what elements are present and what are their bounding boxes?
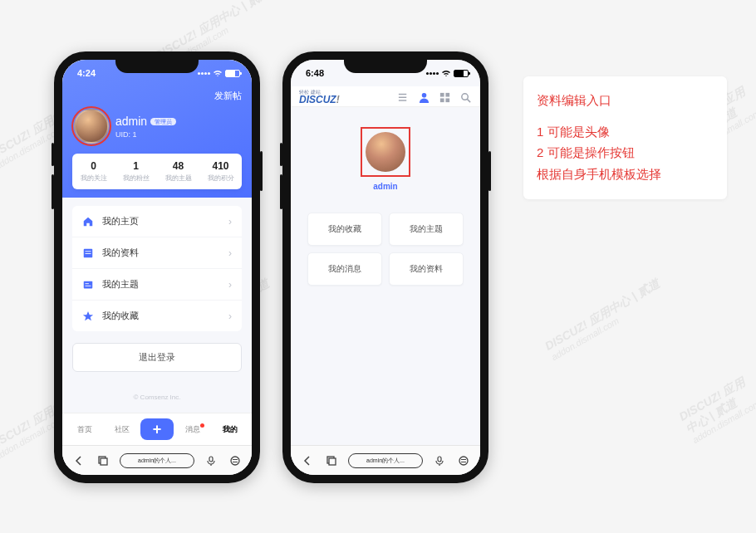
avatar-edit-entry[interactable] xyxy=(361,127,410,177)
tabs-icon[interactable] xyxy=(96,453,110,468)
home-icon xyxy=(82,216,94,227)
stat-points[interactable]: 410我的积分 xyxy=(199,154,242,189)
svg-rect-7 xyxy=(101,458,107,465)
uid-text: UID: 1 xyxy=(115,130,176,139)
note-line1: 1 可能是头像 xyxy=(537,121,714,143)
menu-icon[interactable] xyxy=(456,453,471,468)
back-icon[interactable] xyxy=(300,453,315,468)
svg-rect-12 xyxy=(399,93,406,94)
notification-dot xyxy=(200,423,204,428)
username: admin xyxy=(115,115,147,128)
tabs-icon[interactable] xyxy=(324,453,339,468)
svg-rect-3 xyxy=(84,281,93,288)
logout-button[interactable]: 退出登录 xyxy=(72,343,242,372)
nav-mine[interactable]: 我的 xyxy=(211,424,248,435)
svg-line-21 xyxy=(467,99,470,102)
wifi-icon xyxy=(213,70,223,77)
note-line2: 2 可能是操作按钮 xyxy=(537,142,714,164)
tile-topics[interactable]: 我的主题 xyxy=(389,213,464,246)
note-line3: 根据自身手机模板选择 xyxy=(537,164,714,185)
tile-profile[interactable]: 我的资料 xyxy=(389,252,464,286)
menu-my-home[interactable]: 我的主页› xyxy=(72,206,242,237)
svg-rect-11 xyxy=(233,462,238,462)
browser-toolbar: admin的个人... xyxy=(62,445,252,475)
status-bar: 4:24 xyxy=(62,60,252,86)
instruction-note: 资料编辑入口 1 可能是头像 2 可能是操作按钮 根据自身手机模板选择 xyxy=(523,76,727,199)
username: admin xyxy=(373,182,397,191)
back-icon[interactable] xyxy=(71,453,86,468)
profile-icon xyxy=(82,247,94,259)
svg-rect-17 xyxy=(445,92,449,96)
mic-icon[interactable] xyxy=(432,453,447,468)
avatar[interactable] xyxy=(74,109,109,144)
grid-icon[interactable] xyxy=(439,91,451,104)
menu-my-topics[interactable]: 我的主题› xyxy=(72,269,242,301)
status-time: 4:24 xyxy=(77,68,96,78)
stats-card: 0我的关注 1我的粉丝 48我的主题 410我的积分 xyxy=(72,154,242,189)
address-bar[interactable]: admin的个人... xyxy=(348,453,423,468)
nav-messages[interactable]: 消息 xyxy=(174,424,211,435)
chevron-right-icon: › xyxy=(228,216,232,227)
svg-rect-14 xyxy=(399,100,406,100)
top-bar: 轻松 建站 DISCUZ! xyxy=(291,86,480,107)
logo[interactable]: 轻松 建站 DISCUZ! xyxy=(299,90,340,105)
svg-point-9 xyxy=(231,457,239,465)
stat-followers[interactable]: 1我的粉丝 xyxy=(115,154,157,189)
avatar xyxy=(366,132,405,172)
svg-rect-26 xyxy=(461,459,466,460)
role-badge: 管理员 xyxy=(150,118,176,125)
wifi-icon xyxy=(441,70,451,77)
bottom-nav: 首页 社区 + 消息 我的 xyxy=(62,413,252,445)
svg-rect-1 xyxy=(86,251,91,252)
mic-icon[interactable] xyxy=(204,453,218,468)
menu-icon[interactable] xyxy=(228,453,243,468)
status-time: 6:48 xyxy=(306,68,324,78)
svg-rect-10 xyxy=(233,459,238,460)
nav-community[interactable]: 社区 xyxy=(103,424,140,435)
new-post-link[interactable]: 发新帖 xyxy=(214,90,242,102)
chevron-right-icon: › xyxy=(228,311,232,322)
menu-list: 我的主页› 我的资料› 我的主题› 我的收藏› xyxy=(72,206,242,331)
tile-grid: 我的收藏 我的主题 我的消息 我的资料 xyxy=(307,213,464,286)
stat-following[interactable]: 0我的关注 xyxy=(72,154,115,189)
svg-point-25 xyxy=(459,457,468,465)
chevron-right-icon: › xyxy=(228,279,232,291)
nav-home[interactable]: 首页 xyxy=(66,424,103,435)
svg-rect-13 xyxy=(399,96,406,97)
svg-rect-27 xyxy=(461,462,466,462)
phone-mockup-left: 4:24 发新帖 admin管理员 UID: 1 0我的关注 1我的粉丝 48我… xyxy=(54,51,260,483)
profile-header: 4:24 发新帖 admin管理员 UID: 1 0我的关注 1我的粉丝 48我… xyxy=(62,60,252,198)
search-icon[interactable] xyxy=(459,91,472,104)
svg-rect-23 xyxy=(329,458,336,465)
svg-rect-4 xyxy=(86,283,89,284)
status-bar: 6:48 xyxy=(291,60,480,86)
list-icon[interactable] xyxy=(397,91,410,104)
svg-rect-2 xyxy=(86,253,91,254)
copyright-text: © Comsenz Inc. xyxy=(62,394,252,401)
nav-new-post-button[interactable]: + xyxy=(140,418,174,440)
menu-my-profile[interactable]: 我的资料› xyxy=(72,237,242,269)
tile-favorites[interactable]: 我的收藏 xyxy=(307,213,382,246)
user-icon[interactable] xyxy=(418,91,430,104)
svg-rect-24 xyxy=(438,457,441,462)
star-icon xyxy=(82,311,94,322)
svg-point-20 xyxy=(462,93,469,100)
browser-toolbar: admin的个人... xyxy=(291,445,480,475)
note-title: 资料编辑入口 xyxy=(537,90,714,111)
profile-center: admin xyxy=(291,107,480,198)
topics-icon xyxy=(82,279,94,291)
phone-mockup-right: 6:48 轻松 建站 DISCUZ! admin xyxy=(282,51,488,483)
svg-rect-16 xyxy=(440,92,444,96)
svg-point-15 xyxy=(422,92,427,97)
address-bar[interactable]: admin的个人... xyxy=(120,453,194,468)
svg-rect-18 xyxy=(440,98,444,102)
svg-rect-5 xyxy=(86,285,91,286)
svg-rect-8 xyxy=(209,457,213,462)
svg-rect-19 xyxy=(445,98,449,102)
stat-topics[interactable]: 48我的主题 xyxy=(157,154,199,189)
tile-messages[interactable]: 我的消息 xyxy=(307,252,382,286)
chevron-right-icon: › xyxy=(228,247,232,259)
menu-my-favorites[interactable]: 我的收藏› xyxy=(72,301,242,331)
